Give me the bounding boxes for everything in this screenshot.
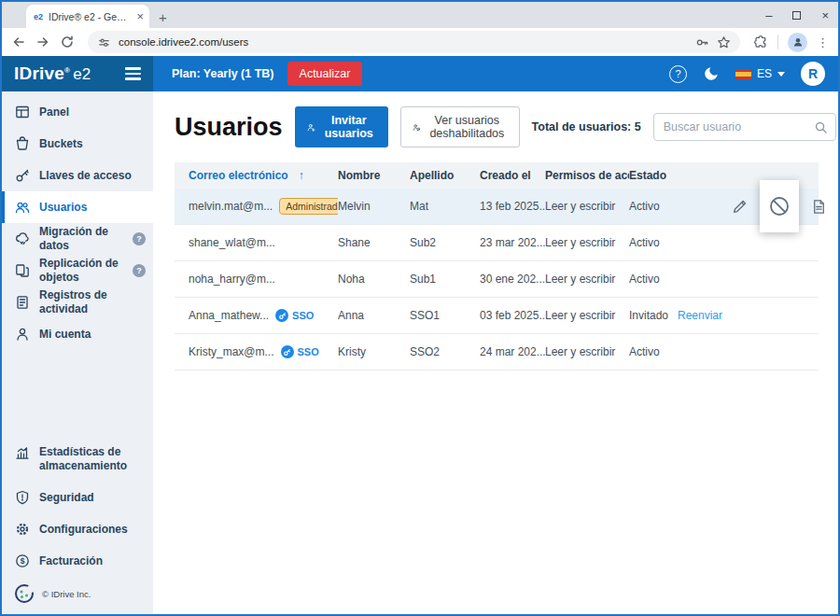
column-header-created[interactable]: Creado el [480,169,545,182]
resend-invite-link[interactable]: Reenviar [678,309,722,322]
browser-tab[interactable]: e2 IDrive® e2 - Gestión de Usuarios × [26,5,149,28]
sidebar-item-access-keys[interactable]: Llaves de acceso [2,160,153,191]
column-header-email[interactable]: Correo electrónico ↑ [175,169,338,182]
user-first-name: Noha [338,273,410,286]
table-header-row: Correo electrónico ↑ Nombre Apellido Cre… [175,162,819,189]
key-icon [15,168,30,183]
reload-icon[interactable] [60,35,75,49]
table-row[interactable]: noha_harry@m... Noha Sub1 30 ene 202... … [175,261,819,298]
details-document-icon[interactable] [811,199,827,215]
table-row[interactable]: shane_wlat@m... Shane Sub2 23 mar 202...… [175,225,819,261]
back-icon[interactable] [11,35,26,49]
activity-log-icon [15,295,30,310]
table-row[interactable]: Anna_mathew... SSO Anna SSO1 03 feb 2025… [175,298,819,334]
user-created-date: 03 feb 2025... [480,309,545,322]
app-header: IDrive®e2 Plan: Yearly (1 TB) Actualizar… [2,56,838,91]
help-icon[interactable]: ? [133,264,146,277]
user-first-name: Shane [338,236,410,249]
svg-text:$: $ [21,556,25,566]
upgrade-button[interactable]: Actualizar [287,62,363,86]
user-first-name: Melvin [338,200,410,213]
help-icon[interactable]: ? [133,232,146,245]
site-settings-icon[interactable] [97,35,111,49]
sidebar-item-security[interactable]: Seguridad [2,482,153,513]
sidebar-item-activity-logs[interactable]: Registros de actividad [2,287,153,318]
user-first-name: Anna [338,309,410,322]
sidebar-spacer [2,350,153,441]
header-right-cluster: ? ES R [669,62,825,86]
title-row: Usuarios Invitar usuarios Ver usuarios d… [175,106,819,147]
language-selector[interactable]: ES [735,67,785,80]
table-row[interactable]: melvin.mat@m... Administrador Melvin Mat… [175,189,819,225]
sidebar-item-my-account[interactable]: Mi cuenta [2,318,153,350]
hamburger-menu-icon[interactable] [125,67,141,80]
column-header-last-name[interactable]: Apellido [410,169,480,182]
users-icon [15,200,30,215]
sidebar-item-panel[interactable]: Panel [2,96,153,128]
disable-user-hover-box[interactable] [760,180,799,232]
sidebar-item-storage-stats[interactable]: Estadísticas de almacenamiento [2,441,153,482]
tab-title: IDrive® e2 - Gestión de Usuarios [49,11,131,22]
view-disabled-users-label: Ver usuarios deshabilitados [427,114,507,140]
forward-icon[interactable] [35,35,50,49]
user-permissions: Leer y escribir [545,200,629,213]
copyright-row: © IDrive Inc. [2,577,153,614]
sidebar-item-label: Llaves de acceso [39,169,146,183]
chevron-down-icon [777,72,785,77]
window-minimize-button[interactable]: – [765,9,772,21]
account-avatar[interactable]: R [801,62,825,86]
cloud-migration-icon [15,231,30,246]
disable-block-icon[interactable] [768,195,791,217]
url-text: console.idrivee2.com/users [119,36,688,48]
sidebar-item-label: Facturación [39,554,146,568]
sidebar-item-buckets[interactable]: Buckets [2,128,153,160]
main-content: Usuarios Invitar usuarios Ver usuarios d… [153,91,838,614]
sidebar-item-label: Mi cuenta [39,328,146,342]
browser-toolbar: console.idrivee2.com/users ⋮ [2,28,838,56]
admin-badge: Administrador [279,198,338,215]
user-last-name: Sub2 [410,236,480,249]
sidebar-item-data-migration[interactable]: Migración de datos ? [2,223,153,255]
user-permissions: Leer y escribir [545,273,629,286]
search-input[interactable] [664,120,808,133]
sidebar-item-label: Buckets [39,137,146,151]
user-email: noha_harry@m... [189,273,275,286]
invite-users-button[interactable]: Invitar usuarios [295,106,388,147]
toolbar-divider [777,35,778,49]
window-maximize-button[interactable] [792,11,801,20]
tab-close-icon[interactable]: × [136,10,144,22]
user-created-date: 23 mar 202... [480,236,545,249]
search-icon[interactable] [814,120,828,134]
new-tab-button[interactable]: + [159,10,167,24]
column-header-permissions[interactable]: Permisos de acce... [545,169,629,182]
url-bar[interactable]: console.idrivee2.com/users [88,31,740,53]
window-close-button[interactable]: × [821,9,829,21]
column-header-status[interactable]: Estado [629,169,678,182]
person-plus-icon [307,120,315,134]
dark-mode-moon-icon[interactable] [703,65,720,82]
column-header-first-name[interactable]: Nombre [338,169,410,182]
sidebar-item-users[interactable]: Usuarios [2,191,153,223]
bookmark-star-icon[interactable] [717,35,731,49]
sso-badge: SSO [281,345,319,358]
password-key-icon[interactable] [695,35,709,49]
status-badge: Activo [629,200,678,213]
user-last-name: SSO2 [410,345,480,358]
sidebar-item-settings[interactable]: Configuraciones [2,513,153,545]
extensions-icon[interactable] [753,35,768,49]
status-badge: Activo [629,236,678,249]
browser-menu-icon[interactable]: ⋮ [817,35,829,49]
edit-pencil-icon[interactable] [732,199,748,215]
user-created-date: 30 ene 202... [480,273,545,286]
chrome-profile-avatar[interactable] [788,33,807,52]
table-row[interactable]: Kristy_max@m... SSO Kristy SSO2 24 mar 2… [175,334,819,371]
sidebar-item-label: Usuarios [39,201,146,215]
view-disabled-users-button[interactable]: Ver usuarios deshabilitados [400,106,520,147]
person-disabled-icon [413,120,420,134]
sidebar-item-billing[interactable]: $ Facturación [2,545,153,577]
total-users-label: Total de usuarios: 5 [532,120,641,133]
user-permissions: Leer y escribir [545,345,629,358]
help-icon[interactable]: ? [669,65,687,83]
sidebar-item-object-replication[interactable]: Replicación de objetos ? [2,255,153,287]
user-permissions: Leer y escribir [545,236,629,249]
